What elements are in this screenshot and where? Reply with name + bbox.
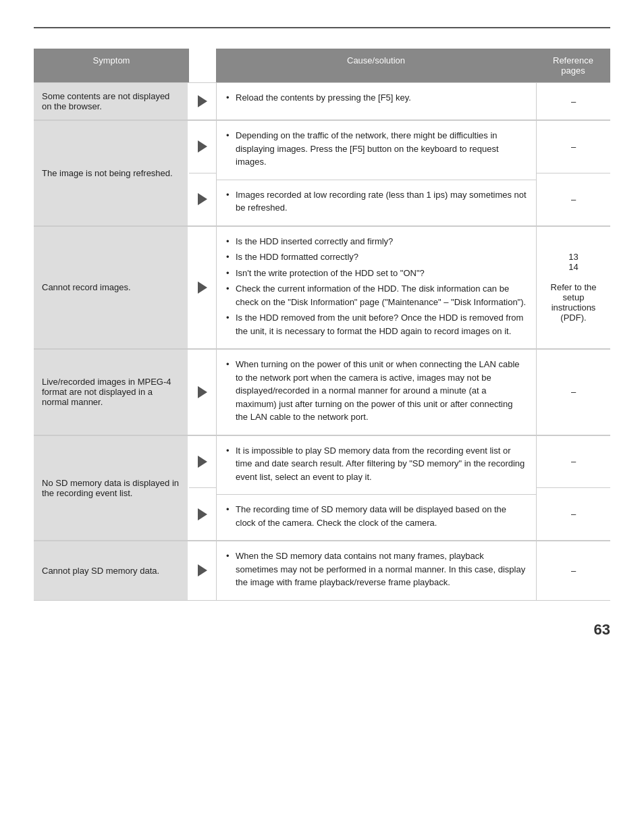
list-item: Reload the contents by pressing the [F5]… xyxy=(226,91,527,105)
arrow-cell xyxy=(189,227,216,349)
cause-col: Is the HDD inserted correctly and firmly… xyxy=(216,227,536,349)
arrow-cell xyxy=(189,83,216,119)
symptom-cell: Cannot play SD memory data. xyxy=(34,541,189,600)
table-row: Cannot play SD memory data.When the SD m… xyxy=(34,541,610,601)
ref-cell: 13 14 Refer to the setup instructions (P… xyxy=(536,227,610,349)
cause-cell: Depending on the traffic of the network,… xyxy=(216,121,536,180)
arrow-cell xyxy=(189,173,216,225)
table-body: Some contents are not displayed on the b… xyxy=(34,82,610,601)
arrow-icon xyxy=(198,508,207,520)
arrow-icon xyxy=(198,456,207,468)
arrow-col xyxy=(189,436,216,541)
list-item: Is the HDD removed from the unit before?… xyxy=(226,311,527,338)
ref-cell: – xyxy=(536,350,610,435)
list-item: When the SD memory data contains not man… xyxy=(226,549,527,589)
ref-header: Reference pages xyxy=(536,49,610,82)
ref-cell: – xyxy=(536,83,610,119)
ref-col: –– xyxy=(536,436,610,541)
symptom-cell: No SD memory data is displayed in the re… xyxy=(34,436,189,541)
arrow-col xyxy=(189,227,216,349)
cause-cell: Reload the contents by pressing the [F5]… xyxy=(216,83,536,119)
arrow-header-spacer xyxy=(189,49,216,82)
symptom-header: Symptom xyxy=(34,49,189,82)
ref-cell: – xyxy=(536,488,610,540)
arrow-icon xyxy=(198,193,207,205)
table-row: Cannot record images.Is the HDD inserted… xyxy=(34,226,610,350)
arrow-icon xyxy=(198,281,207,294)
list-item: It is impossible to play SD memory data … xyxy=(226,444,527,484)
list-item: Check the current information of the HDD… xyxy=(226,282,527,308)
symptom-cell: Live/recorded images in MPEG-4 format ar… xyxy=(34,350,189,435)
arrow-cell xyxy=(189,436,216,489)
arrow-cell xyxy=(189,350,216,435)
table-row: Live/recorded images in MPEG-4 format ar… xyxy=(34,349,610,435)
list-item: Images recorded at low recording rate (l… xyxy=(226,188,527,215)
symptom-cell: Cannot record images. xyxy=(34,227,189,349)
arrow-icon xyxy=(198,95,207,107)
table-header: Symptom Cause/solution Reference pages xyxy=(34,49,610,82)
page-number: 63 xyxy=(34,621,610,639)
cause-cell: Images recorded at low recording rate (l… xyxy=(216,180,536,225)
ref-cell: – xyxy=(536,173,610,225)
list-item: The recording time of SD memory data wil… xyxy=(226,503,527,529)
arrow-icon xyxy=(198,564,207,576)
table-row: The image is not being refreshed.Dependi… xyxy=(34,120,610,226)
arrow-icon xyxy=(198,140,207,153)
ref-col: – xyxy=(536,350,610,435)
arrow-col xyxy=(189,541,216,600)
table-row: No SD memory data is displayed in the re… xyxy=(34,435,610,541)
symptom-cell: The image is not being refreshed. xyxy=(34,121,189,225)
ref-cell: – xyxy=(536,436,610,489)
ref-cell: – xyxy=(536,541,610,600)
cause-col: Depending on the traffic of the network,… xyxy=(216,121,536,225)
top-rule xyxy=(34,27,610,28)
cause-header: Cause/solution xyxy=(216,49,536,82)
list-item: Is the HDD inserted correctly and firmly… xyxy=(226,235,527,248)
cause-col: It is impossible to play SD memory data … xyxy=(216,436,536,541)
table-row: Some contents are not displayed on the b… xyxy=(34,82,610,120)
arrow-cell xyxy=(189,488,216,540)
symptom-cell: Some contents are not displayed on the b… xyxy=(34,83,189,119)
ref-col: 13 14 Refer to the setup instructions (P… xyxy=(536,227,610,349)
arrow-col xyxy=(189,350,216,435)
ref-col: – xyxy=(536,541,610,600)
cause-col: When turning on the power of this unit o… xyxy=(216,350,536,435)
cause-col: When the SD memory data contains not man… xyxy=(216,541,536,600)
cause-col: Reload the contents by pressing the [F5]… xyxy=(216,83,536,119)
list-item: Isn't the write protection of the HDD se… xyxy=(226,267,527,280)
arrow-cell xyxy=(189,541,216,600)
list-item: Depending on the traffic of the network,… xyxy=(226,129,527,169)
arrow-col xyxy=(189,83,216,119)
list-item: Is the HDD formatted correctly? xyxy=(226,250,527,264)
cause-cell: The recording time of SD memory data wil… xyxy=(216,495,536,540)
ref-col: –– xyxy=(536,121,610,225)
ref-cell: – xyxy=(536,121,610,173)
cause-cell: It is impossible to play SD memory data … xyxy=(216,436,536,495)
arrow-col xyxy=(189,121,216,225)
cause-cell: Is the HDD inserted correctly and firmly… xyxy=(216,227,536,349)
list-item: When turning on the power of this unit o… xyxy=(226,358,527,424)
cause-cell: When turning on the power of this unit o… xyxy=(216,350,536,435)
arrow-icon xyxy=(198,386,207,398)
arrow-cell xyxy=(189,121,216,173)
cause-cell: When the SD memory data contains not man… xyxy=(216,541,536,600)
ref-col: – xyxy=(536,83,610,119)
